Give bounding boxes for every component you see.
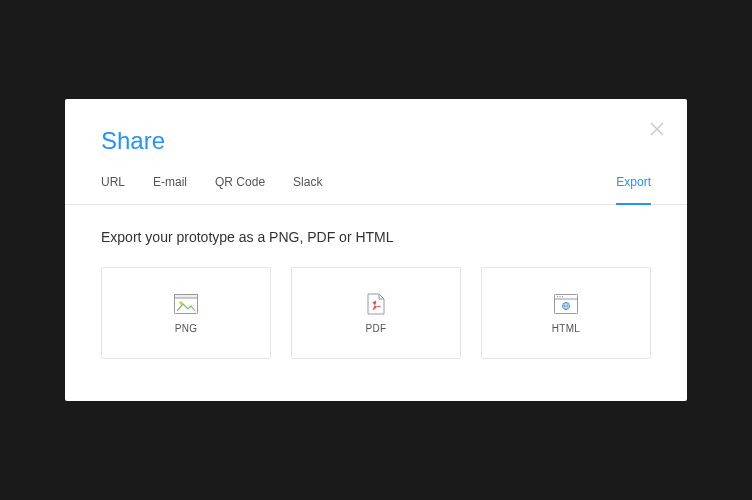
svg-point-7 <box>557 296 558 297</box>
svg-rect-3 <box>175 294 198 298</box>
png-label: PNG <box>175 323 198 334</box>
html-label: HTML <box>552 323 580 334</box>
tab-export[interactable]: Export <box>616 175 651 205</box>
tab-slack[interactable]: Slack <box>293 175 322 204</box>
image-file-icon <box>174 293 198 315</box>
svg-point-9 <box>562 296 563 297</box>
export-options: PNG PDF <box>101 267 651 359</box>
modal-title: Share <box>101 127 651 155</box>
pdf-file-icon <box>364 293 388 315</box>
tab-bar: URL E-mail QR Code Slack Export <box>65 175 687 205</box>
export-description: Export your prototype as a PNG, PDF or H… <box>101 229 651 245</box>
export-html-card[interactable]: HTML <box>481 267 651 359</box>
svg-rect-5 <box>555 294 578 313</box>
svg-point-8 <box>559 296 560 297</box>
export-png-card[interactable]: PNG <box>101 267 271 359</box>
export-pdf-card[interactable]: PDF <box>291 267 461 359</box>
close-button[interactable] <box>647 119 667 139</box>
browser-window-icon <box>554 293 578 315</box>
tab-url[interactable]: URL <box>101 175 125 204</box>
close-icon <box>650 122 664 136</box>
tab-qrcode[interactable]: QR Code <box>215 175 265 204</box>
share-modal: Share URL E-mail QR Code Slack Export Ex… <box>65 99 687 401</box>
pdf-label: PDF <box>366 323 387 334</box>
tab-email[interactable]: E-mail <box>153 175 187 204</box>
